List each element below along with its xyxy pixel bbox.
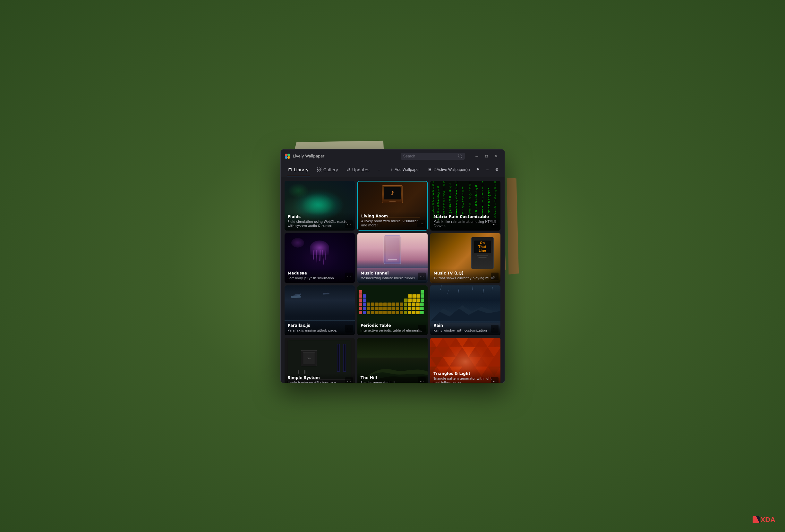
settings-button[interactable]: ⚙ bbox=[493, 166, 501, 174]
svg-rect-9 bbox=[412, 294, 416, 298]
card-title: The Hill bbox=[361, 375, 424, 380]
card-menu-button[interactable]: ··· bbox=[418, 377, 426, 383]
maximize-button[interactable]: □ bbox=[482, 152, 491, 161]
svg-rect-38 bbox=[371, 307, 374, 310]
svg-rect-60 bbox=[396, 311, 399, 314]
wallpaper-card[interactable]: ♪ Living Room A lively room with music, … bbox=[357, 181, 428, 231]
svg-rect-27 bbox=[391, 302, 395, 306]
card-desc: Parallax.js engine github page. bbox=[288, 328, 352, 332]
wallpaper-card[interactable]: Parallax.js Parallax.js engine github pa… bbox=[284, 285, 355, 335]
tab-updates[interactable]: ↺ Updates bbox=[343, 165, 373, 174]
card-menu-button[interactable]: ··· bbox=[418, 325, 426, 332]
wallpaper-card[interactable]: Fluids Fluid simulation using WebGL, rea… bbox=[284, 181, 355, 231]
svg-rect-45 bbox=[400, 307, 403, 310]
card-title: Parallax.js bbox=[288, 323, 352, 328]
wallpaper-card[interactable]: Triangles & Light Triangle pattern gener… bbox=[430, 338, 501, 383]
svg-rect-35 bbox=[359, 307, 362, 310]
card-menu-button[interactable]: ··· bbox=[491, 325, 499, 332]
svg-rect-26 bbox=[387, 302, 391, 306]
monitor-icon: 🖥 bbox=[428, 167, 432, 172]
tab-gallery[interactable]: 🖼 Gallery bbox=[313, 165, 342, 174]
card-menu-button[interactable]: ··· bbox=[345, 272, 353, 280]
svg-rect-54 bbox=[371, 311, 374, 314]
wallpaper-card[interactable]: Rain Rainy window with customization ··· bbox=[430, 285, 501, 335]
flag-button[interactable]: ⚑ bbox=[474, 166, 482, 174]
svg-rect-5 bbox=[421, 290, 424, 294]
svg-rect-14 bbox=[404, 298, 408, 302]
card-desc: Lively hardware API showcase. bbox=[288, 381, 352, 383]
svg-rect-65 bbox=[416, 311, 420, 314]
card-menu-button[interactable]: ··· bbox=[345, 377, 353, 383]
card-menu-button[interactable]: ··· bbox=[418, 272, 426, 280]
wallpaper-card[interactable]: OnThatLine Music TV (LQ) TV that shows c… bbox=[430, 233, 501, 283]
svg-rect-30 bbox=[404, 302, 407, 306]
wallpaper-card[interactable]: 1010F1A010ア1 01ウ01A010F1 A01イ010A0101 1ア… bbox=[430, 181, 501, 231]
nav-more-button[interactable]: ··· bbox=[374, 166, 383, 174]
svg-rect-13 bbox=[363, 298, 366, 302]
svg-rect-59 bbox=[391, 311, 395, 314]
svg-rect-8 bbox=[408, 294, 412, 298]
close-button[interactable]: ✕ bbox=[492, 152, 501, 161]
more-icon: ··· bbox=[486, 167, 489, 172]
card-desc: Shader generated hill. bbox=[361, 381, 424, 383]
svg-rect-34 bbox=[420, 302, 424, 306]
search-bar[interactable] bbox=[401, 153, 465, 160]
card-desc: Triangle pattern generator with light th… bbox=[433, 376, 497, 383]
updates-icon: ↺ bbox=[347, 167, 350, 172]
card-title: Living Room bbox=[361, 214, 424, 218]
search-input[interactable] bbox=[403, 154, 456, 158]
add-wallpaper-label: Add Wallpaper bbox=[395, 167, 420, 172]
card-title: Music TV (LQ) bbox=[433, 271, 497, 275]
card-title: Medusae bbox=[288, 271, 352, 275]
more-options-button[interactable]: ··· bbox=[483, 166, 491, 174]
card-menu-button[interactable]: ··· bbox=[491, 272, 499, 280]
tab-library[interactable]: ⊞ Library bbox=[284, 165, 312, 174]
card-desc: Soft body jellyfish simulation. bbox=[288, 276, 352, 280]
settings-icon: ⚙ bbox=[495, 167, 499, 172]
svg-point-3 bbox=[287, 156, 290, 159]
wallpaper-card[interactable]: Music Tunnel Mesmerizing infinite music … bbox=[357, 233, 428, 283]
xda-watermark: XDA bbox=[753, 516, 776, 524]
library-icon: ⊞ bbox=[288, 167, 292, 172]
svg-rect-17 bbox=[416, 298, 420, 302]
wallpaper-card[interactable]: The Hill Shader generated hill. ··· bbox=[357, 338, 428, 383]
svg-rect-16 bbox=[412, 298, 416, 302]
svg-rect-4 bbox=[359, 290, 362, 294]
svg-rect-43 bbox=[391, 307, 395, 310]
card-desc: Matrix like rain animation using HTML5 C… bbox=[433, 220, 497, 228]
svg-rect-10 bbox=[416, 294, 420, 298]
svg-rect-18 bbox=[421, 298, 424, 302]
card-menu-button[interactable]: ··· bbox=[345, 325, 353, 332]
card-menu-button[interactable]: ··· bbox=[345, 220, 353, 228]
search-icon bbox=[458, 154, 462, 158]
svg-rect-39 bbox=[375, 307, 379, 310]
svg-rect-12 bbox=[359, 298, 362, 302]
svg-rect-22 bbox=[371, 302, 374, 306]
tab-gallery-label: Gallery bbox=[323, 167, 338, 172]
wallpaper-card[interactable]: CPU DELL Simple System L bbox=[284, 338, 355, 383]
card-menu-button[interactable]: ··· bbox=[417, 220, 425, 228]
card-title: Triangles & Light bbox=[433, 371, 497, 376]
add-wallpaper-button[interactable]: + Add Wallpaper bbox=[387, 165, 423, 174]
svg-point-1 bbox=[287, 154, 290, 156]
svg-rect-40 bbox=[379, 307, 383, 310]
svg-rect-25 bbox=[383, 302, 387, 306]
active-wallpapers-button[interactable]: 🖥 2 Active Wallpaper(s) bbox=[424, 165, 473, 174]
add-icon: + bbox=[390, 167, 393, 172]
card-desc: Interactive periodic table of elements. bbox=[361, 328, 424, 332]
svg-rect-36 bbox=[363, 307, 366, 310]
svg-rect-29 bbox=[400, 302, 403, 306]
app-logo-icon bbox=[284, 153, 290, 159]
nav-right-actions: + Add Wallpaper 🖥 2 Active Wallpaper(s) … bbox=[387, 165, 501, 174]
card-title: Fluids bbox=[288, 215, 352, 219]
wallpaper-card[interactable]: Medusae Soft body jellyfish simulation. … bbox=[284, 233, 355, 283]
svg-rect-19 bbox=[359, 302, 362, 306]
svg-rect-52 bbox=[363, 311, 366, 314]
card-title: Rain bbox=[433, 323, 497, 328]
card-menu-button[interactable]: ··· bbox=[491, 377, 499, 383]
svg-rect-58 bbox=[387, 311, 391, 314]
wallpaper-card[interactable]: Periodic Table Interactive periodic tabl… bbox=[357, 285, 428, 335]
tab-library-label: Library bbox=[294, 167, 308, 172]
minimize-button[interactable]: ─ bbox=[473, 152, 482, 161]
card-menu-button[interactable]: ··· bbox=[491, 220, 499, 228]
